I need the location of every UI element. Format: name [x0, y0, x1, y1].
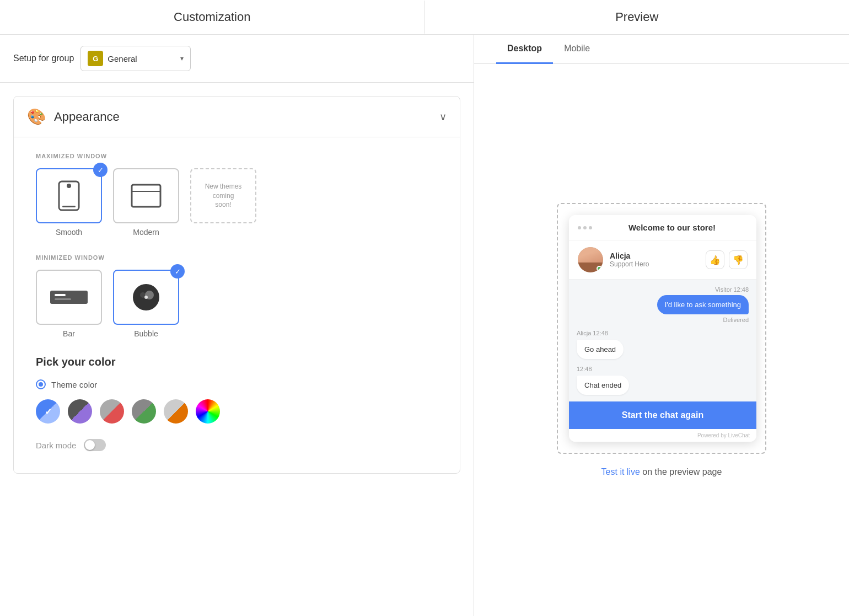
- theme-option-bar[interactable]: Bar: [36, 270, 102, 338]
- group-selector-label: Setup for group: [13, 53, 74, 63]
- svg-rect-6: [55, 294, 66, 296]
- bubble-icon: [131, 282, 162, 313]
- tab-desktop[interactable]: Desktop: [496, 35, 553, 64]
- svg-rect-2: [62, 206, 76, 207]
- powered-by-label: Powered by LiveChat: [569, 429, 756, 442]
- agent-role: Support Hero: [610, 260, 706, 268]
- svg-rect-7: [55, 298, 71, 300]
- appearance-card: 🎨 Appearance ∨ MAXIMIZED WINDOW ✓: [13, 96, 460, 474]
- visitor-timestamp: Visitor 12:48: [715, 286, 749, 293]
- bar-icon: [49, 290, 89, 305]
- chat-dot-3: [589, 226, 592, 229]
- chat-messages: Visitor 12:48 I'd like to ask something …: [569, 280, 756, 401]
- group-icon: G: [88, 51, 103, 66]
- main-content: Setup for group G General ▾ 🎨 Appearance…: [0, 35, 849, 616]
- agent-message-group: Alicja 12:48 Go ahead: [577, 330, 749, 359]
- right-panel: Desktop Mobile Welcome to our store!: [474, 35, 849, 616]
- test-live-link[interactable]: Test it live: [601, 467, 640, 476]
- preview-tabs: Desktop Mobile: [474, 35, 849, 64]
- color-swatches: [36, 399, 438, 424]
- visitor-message-row: Visitor 12:48 I'd like to ask something …: [577, 286, 749, 323]
- agent-timestamp: Alicja 12:48: [577, 330, 749, 336]
- ended-bubble: Chat ended: [577, 376, 629, 395]
- preview-title: Preview: [425, 10, 850, 24]
- minimized-window-label: MINIMIZED WINDOW: [36, 254, 438, 261]
- ended-timestamp: 12:48: [577, 366, 749, 372]
- theme-box-bubble[interactable]: ✓: [113, 270, 179, 325]
- swatch-green[interactable]: [132, 399, 156, 424]
- svg-point-11: [144, 296, 148, 299]
- radio-inner: [39, 382, 43, 387]
- svg-point-1: [67, 184, 71, 188]
- appearance-header[interactable]: 🎨 Appearance ∨: [14, 97, 460, 137]
- agent-info: Alicja Support Hero: [610, 251, 706, 268]
- chat-header-bar: Welcome to our store!: [569, 215, 756, 240]
- agent-bubble: Go ahead: [577, 340, 624, 359]
- svg-rect-3: [132, 185, 160, 207]
- theme-label-bubble: Bubble: [134, 329, 158, 338]
- appearance-title-group: 🎨 Appearance: [27, 108, 120, 126]
- chat-widget: Welcome to our store! Alicja Support Her…: [569, 215, 756, 442]
- agent-name: Alicja: [610, 251, 706, 260]
- start-chat-again-button[interactable]: Start the chat again: [569, 401, 756, 429]
- smooth-icon: [58, 180, 80, 211]
- group-name: General: [108, 54, 176, 63]
- online-indicator: [597, 266, 602, 271]
- left-panel-header: Customization: [0, 0, 424, 34]
- test-live-suffix: on the preview page: [642, 467, 722, 476]
- maximized-theme-options: ✓ Smooth: [36, 168, 438, 237]
- new-themes-text: New themescomingsoon!: [205, 182, 242, 210]
- theme-option-smooth[interactable]: ✓ Smooth: [36, 168, 102, 237]
- group-selector-bar: Setup for group G General ▾: [0, 35, 474, 83]
- left-panel: Setup for group G General ▾ 🎨 Appearance…: [0, 35, 474, 616]
- avatar: [578, 247, 603, 272]
- dropdown-arrow-icon: ▾: [180, 55, 184, 62]
- swatch-blue[interactable]: [36, 399, 60, 424]
- theme-option-new: New themescomingsoon!: [190, 168, 256, 237]
- delivered-label: Delivered: [723, 317, 749, 323]
- swatch-rainbow[interactable]: [196, 399, 220, 424]
- checkmark-smooth: ✓: [93, 163, 108, 177]
- checkmark-bubble: ✓: [170, 264, 185, 278]
- right-panel-header: Preview: [425, 0, 850, 34]
- swatch-purple[interactable]: [68, 399, 92, 424]
- chat-dot-2: [583, 226, 587, 229]
- visitor-bubble: I'd like to ask something: [657, 295, 749, 314]
- customization-title: Customization: [0, 10, 424, 24]
- tab-mobile[interactable]: Mobile: [553, 35, 601, 64]
- minimized-theme-options: Bar ✓ Bubble: [36, 270, 438, 338]
- theme-color-label: Theme color: [51, 380, 97, 389]
- dark-mode-row: Dark mode: [36, 439, 438, 451]
- theme-color-row: Theme color: [36, 379, 438, 389]
- group-selector-dropdown[interactable]: G General ▾: [80, 46, 191, 71]
- chat-dot-1: [578, 226, 581, 229]
- modern-icon: [131, 184, 162, 208]
- ended-message-group: 12:48 Chat ended: [577, 366, 749, 395]
- swatch-orange[interactable]: [164, 399, 188, 424]
- dark-mode-label: Dark mode: [36, 441, 76, 450]
- theme-label-bar: Bar: [63, 329, 75, 338]
- top-bar: Customization Preview: [0, 0, 849, 35]
- toggle-knob: [85, 440, 95, 450]
- theme-box-bar[interactable]: [36, 270, 102, 325]
- theme-option-bubble[interactable]: ✓ Bubble: [113, 270, 179, 338]
- theme-box-smooth[interactable]: ✓: [36, 168, 102, 223]
- swatch-red[interactable]: [100, 399, 124, 424]
- theme-box-new: New themescomingsoon!: [190, 168, 256, 223]
- theme-box-modern[interactable]: [113, 168, 179, 223]
- chat-agent-row: Alicja Support Hero 👍 👎: [569, 240, 756, 280]
- color-picker-title: Pick your color: [36, 356, 438, 368]
- dark-mode-toggle[interactable]: [84, 439, 106, 451]
- thumbs-up-button[interactable]: 👍: [706, 250, 724, 269]
- collapse-icon[interactable]: ∨: [439, 111, 447, 123]
- chat-dots: [578, 226, 592, 229]
- theme-color-radio[interactable]: [36, 379, 46, 389]
- thumbs-down-button[interactable]: 👎: [729, 250, 748, 269]
- theme-option-modern[interactable]: Modern: [113, 168, 179, 237]
- reaction-buttons: 👍 👎: [706, 250, 748, 269]
- appearance-title: Appearance: [54, 110, 120, 124]
- appearance-body: MAXIMIZED WINDOW ✓ Smooth: [14, 137, 460, 473]
- color-picker-section: Pick your color Theme color: [36, 356, 438, 451]
- preview-area: Welcome to our store! Alicja Support Her…: [474, 64, 849, 616]
- maximized-window-label: MAXIMIZED WINDOW: [36, 153, 438, 159]
